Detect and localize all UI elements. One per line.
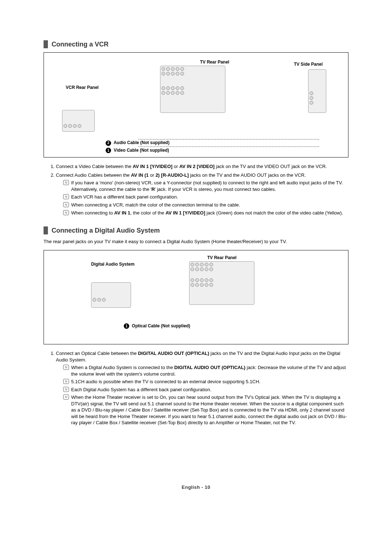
diagram-das: TV Rear Panel Digital Audio System 1 Opt… (44, 250, 348, 344)
section-intro: The rear panel jacks on your TV make it … (44, 238, 348, 245)
tv-rear-panel-graphic (189, 261, 254, 305)
circled-number-icon: 1 (124, 323, 129, 329)
note-text: 5.1CH audio is possible when the TV is c… (71, 379, 261, 384)
das-panel-graphic (91, 282, 131, 308)
note-icon: N (63, 180, 69, 185)
cable-legend-row: 1 Video Cable (Not supplied) (106, 147, 170, 153)
note-item: NWhen the Home Theater receiver is set t… (63, 394, 348, 426)
note-icon: N (63, 387, 69, 392)
cable-legend-row: 1 Optical Cable (Not supplied) (124, 323, 190, 329)
notes-list: NIf you have a 'mono' (non-stereo) VCR, … (56, 180, 348, 216)
heading-accent (44, 40, 48, 48)
steps-list-vcr: Connect a Video Cable between the AV IN … (44, 163, 348, 216)
note-item: NWhen connecting a VCR, match the color … (63, 202, 348, 208)
note-text: When a Digital Audio System is connected… (71, 365, 346, 377)
note-text: Each Digital Audio System has a differen… (71, 387, 211, 392)
note-icon: N (63, 365, 69, 370)
notes-list: NWhen a Digital Audio System is connecte… (56, 364, 348, 426)
step-text: Connect a Video Cable between the AV IN … (56, 164, 327, 169)
diagram-vcr: TV Rear Panel TV Side Panel VCR Rear Pan… (44, 52, 348, 158)
step-item: Connect an Optical Cable between the DIG… (56, 350, 348, 426)
step-item: Connect Audio Cables between the AV IN (… (56, 172, 348, 216)
tv-side-panel-graphic (308, 69, 326, 113)
label-vcr-rear: VCR Rear Panel (66, 85, 99, 90)
step-item: Connect a Video Cable between the AV IN … (56, 163, 348, 170)
section-heading-vcr: Connecting a VCR (44, 40, 348, 49)
heading-text: Connecting a Digital Audio System (52, 226, 160, 235)
cable-label: Optical Cable (Not supplied) (132, 323, 190, 328)
note-icon: N (63, 379, 69, 384)
note-item: N5.1CH audio is possible when the TV is … (63, 379, 348, 385)
note-icon: N (63, 210, 69, 215)
note-icon: N (63, 394, 69, 400)
label-tv-rear: TV Rear Panel (207, 255, 237, 261)
note-item: NEach VCR has a different back panel con… (63, 194, 348, 200)
note-item: NWhen connecting to AV IN 1, the color o… (63, 210, 348, 216)
cable-label: Audio Cable (Not supplied) (114, 140, 170, 145)
note-text: Each VCR has a different back panel conf… (71, 194, 178, 200)
step-text: Connect an Optical Cable between the DIG… (56, 351, 340, 363)
label-tv-rear: TV Rear Panel (200, 59, 229, 65)
label-das: Digital Audio System (91, 261, 135, 267)
steps-list-das: Connect an Optical Cable between the DIG… (44, 350, 348, 426)
label-tv-side: TV Side Panel (294, 61, 323, 67)
page-footer: English - 10 (44, 484, 348, 491)
note-item: NEach Digital Audio System has a differe… (63, 386, 348, 393)
circled-number-icon: 2 (106, 140, 111, 146)
note-item: NWhen a Digital Audio System is connecte… (63, 364, 348, 377)
cable-legend-row: 2 Audio Cable (Not supplied) (106, 140, 170, 146)
note-text: When connecting to AV IN 1, the color of… (71, 210, 343, 216)
vcr-panel-graphic (62, 110, 95, 132)
circled-number-icon: 1 (106, 148, 111, 153)
note-icon: N (63, 194, 69, 199)
note-text: When connecting a VCR, match the color o… (71, 202, 240, 208)
step-text: Connect Audio Cables between the AV IN (… (56, 172, 306, 178)
cable-label: Video Cable (Not supplied) (114, 148, 169, 153)
note-text: When the Home Theater receiver is set to… (71, 394, 347, 425)
note-item: NIf you have a 'mono' (non-stereo) VCR, … (63, 180, 348, 192)
note-text: If you have a 'mono' (non-stereo) VCR, u… (71, 180, 343, 192)
section-heading-das: Connecting a Digital Audio System (44, 226, 348, 235)
heading-accent (44, 226, 48, 234)
heading-text: Connecting a VCR (52, 40, 109, 49)
note-icon: N (63, 202, 69, 207)
tv-rear-panel-graphic (160, 66, 225, 113)
